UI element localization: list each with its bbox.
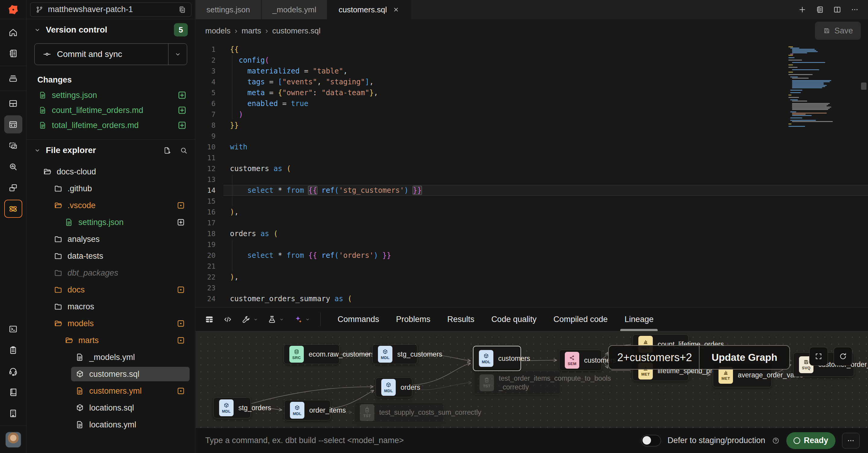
user-avatar[interactable] xyxy=(5,432,21,448)
command-more-button[interactable] xyxy=(842,433,860,449)
line-number: 19 xyxy=(195,239,223,250)
changed-file-row[interactable]: total_lifetime_orders.md xyxy=(27,118,195,133)
rail-notebook-button[interactable] xyxy=(4,44,22,62)
tree-item-marts[interactable]: marts xyxy=(27,332,195,349)
preview-table-button[interactable] xyxy=(205,315,214,324)
test-button[interactable] xyxy=(267,315,284,324)
panel-tab-compiled-code[interactable]: Compiled code xyxy=(545,308,616,331)
code-token: {{ xyxy=(230,45,239,54)
lineage-node-ecom-raw-customers[interactable]: SRCecom.raw_customers xyxy=(284,344,340,364)
copilot-button[interactable] xyxy=(293,315,310,324)
refresh-graph-button[interactable] xyxy=(834,347,852,366)
lineage-node-stg-customers[interactable]: MDLstg_customers xyxy=(372,344,417,364)
rail-code-editor-button[interactable] xyxy=(4,116,22,133)
panel-tab-lineage[interactable]: Lineage xyxy=(616,308,662,331)
lineage-node-order-items[interactable]: MDLorder_items xyxy=(284,400,331,420)
new-file-icon[interactable] xyxy=(163,147,171,155)
close-tab-icon[interactable] xyxy=(393,6,400,13)
lineage-node-test-order-items[interactable]: TSTtest_order_items_compute_to_bools_cor… xyxy=(474,371,560,395)
defer-toggle[interactable] xyxy=(641,435,661,446)
chevron-down-icon[interactable] xyxy=(34,26,41,33)
chevron-down-icon xyxy=(305,317,310,322)
branch-selector[interactable]: matthewshaver-patch-1 xyxy=(30,2,191,17)
panel-tab-results[interactable]: Results xyxy=(439,308,483,331)
tree-item--github[interactable]: .github xyxy=(27,180,195,197)
breadcrumb-models[interactable]: models xyxy=(205,26,230,36)
rail-insights-search-button[interactable] xyxy=(4,158,22,175)
tree-item-customers-yml[interactable]: customers.yml xyxy=(27,383,195,399)
command-input[interactable]: Type a command, ex. dbt build --select <… xyxy=(205,436,641,445)
lineage-node-test-supply-costs[interactable]: TSTtest_supply_costs_sum_correctly xyxy=(354,402,444,423)
help-icon[interactable] xyxy=(772,437,780,445)
tree-item-customers-sql[interactable]: customers.sql xyxy=(27,366,195,383)
tree-item-data-tests[interactable]: data-tests xyxy=(27,248,195,264)
fullscreen-button[interactable] xyxy=(809,347,828,366)
panel-tab-commands[interactable]: Commands xyxy=(329,308,388,331)
rail-tasks-clipboard-button[interactable] xyxy=(4,341,22,359)
breadcrumb-marts[interactable]: marts xyxy=(242,26,261,36)
editor-scrollbar-thumb[interactable] xyxy=(861,83,867,90)
rail-documentation-book-button[interactable] xyxy=(4,383,22,401)
panel-tab-code-quality[interactable]: Code quality xyxy=(483,308,545,331)
split-editor-icon[interactable] xyxy=(833,5,841,14)
tree-item-docs[interactable]: docs xyxy=(27,281,195,298)
tree-item-dbt-packages[interactable]: dbt_packages xyxy=(27,264,195,281)
save-button[interactable]: Save xyxy=(815,22,861,40)
commit-and-sync-button[interactable]: Commit and sync xyxy=(34,43,187,65)
tree-item--models-yml[interactable]: _models.yml xyxy=(27,349,195,366)
copy-branch-icon[interactable] xyxy=(178,5,186,14)
rail-canvas-button[interactable] xyxy=(4,136,22,155)
rail-windows-link-button[interactable] xyxy=(4,179,22,197)
tree-item-analyses[interactable]: analyses xyxy=(27,231,195,248)
commit-options-caret[interactable] xyxy=(168,44,187,65)
tab--models-yml[interactable]: _models.yml xyxy=(261,0,328,19)
lineage-query-input[interactable]: 2+customers+2 xyxy=(609,346,699,369)
build-button[interactable] xyxy=(241,315,258,324)
code-token: customer_orders_summary xyxy=(230,295,330,303)
changed-file-row[interactable]: count_lifetime_orders.md xyxy=(27,103,195,118)
tree-item-settings-json[interactable]: settings.json xyxy=(27,214,195,231)
compile-code-button[interactable] xyxy=(223,315,232,324)
code-editor[interactable]: 1{{2 config(3 materialized = "table",4 t… xyxy=(195,42,868,307)
tree-item-models[interactable]: models xyxy=(27,315,195,332)
toolbar-separator xyxy=(320,312,321,326)
tree-item--vscode[interactable]: .vscode xyxy=(27,197,195,214)
tree-item-docs-cloud[interactable]: docs-cloud xyxy=(27,163,195,180)
code-token xyxy=(230,110,239,119)
tree-item-locations-yml[interactable]: locations.yml xyxy=(27,416,195,433)
rail-organization-building-button[interactable] xyxy=(4,404,22,422)
rail-terminal-button[interactable] xyxy=(4,320,22,338)
lineage-node-orders[interactable]: MDLorders xyxy=(375,378,412,397)
rail-stack-button[interactable] xyxy=(4,69,22,87)
update-graph-button[interactable]: Update Graph xyxy=(699,346,789,369)
dbt-logo[interactable] xyxy=(0,0,27,19)
tab-settings-json[interactable]: settings.json xyxy=(195,0,261,19)
more-actions-icon[interactable] xyxy=(850,5,859,14)
ready-status-badge[interactable]: Ready xyxy=(786,432,835,449)
tree-item-macros[interactable]: macros xyxy=(27,298,195,315)
new-tab-icon[interactable] xyxy=(798,5,807,14)
minimap[interactable] xyxy=(788,46,834,130)
panel-tab-problems[interactable]: Problems xyxy=(388,308,439,331)
rail-support-headset-button[interactable] xyxy=(4,362,22,380)
tab-customers-sql[interactable]: customers.sql xyxy=(328,0,411,19)
breadcrumb-file[interactable]: customers.sql xyxy=(272,26,320,36)
rail-dashboard-grid-button[interactable] xyxy=(4,94,22,112)
dbt-cloud-ide-window: matthewshaver-patch-1 Version control 5 … xyxy=(0,0,868,453)
stage-file-icon[interactable] xyxy=(177,105,187,116)
notebook-icon[interactable] xyxy=(815,5,824,14)
chevron-down-icon[interactable] xyxy=(34,147,41,154)
lineage-node-customers-model[interactable]: MDLcustomers xyxy=(473,346,521,371)
lineage-graph[interactable]: SRCecom.raw_customersMDLstg_customersMDL… xyxy=(195,331,868,428)
stage-file-icon[interactable] xyxy=(177,120,187,130)
tree-item-locations-sql[interactable]: locations.sql xyxy=(27,399,195,416)
lineage-node-stg-orders[interactable]: MDLstg_orders xyxy=(213,397,251,418)
rail-home-button[interactable] xyxy=(4,23,22,41)
stage-file-icon[interactable] xyxy=(176,218,185,227)
rail-dbt-copilot-atom-button[interactable] xyxy=(4,200,22,218)
changed-file-row[interactable]: settings.json xyxy=(27,88,195,103)
lineage-node-customers-semantic[interactable]: SEMcustomers xyxy=(559,350,602,371)
search-files-icon[interactable] xyxy=(180,147,188,155)
code-text: config( xyxy=(223,55,868,66)
stage-file-icon[interactable] xyxy=(177,90,187,100)
